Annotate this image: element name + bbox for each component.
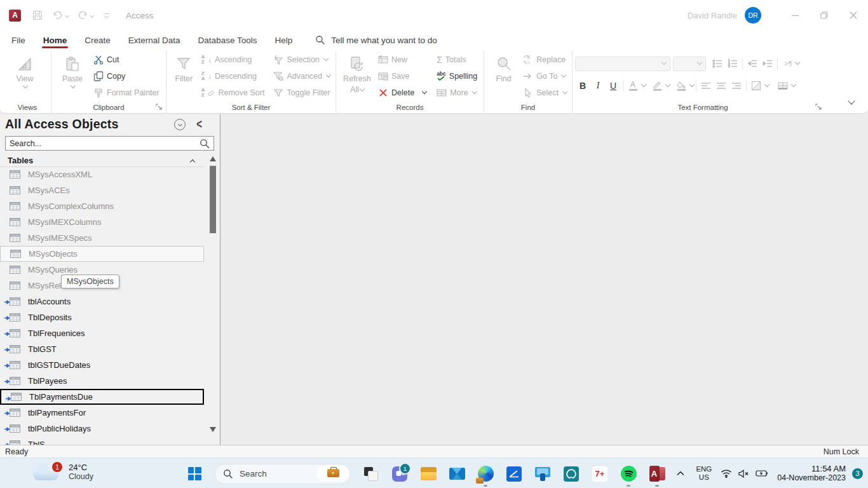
file-explorer-button[interactable] (420, 466, 437, 482)
toggle-filter-button[interactable]: Toggle Filter (271, 85, 333, 101)
remove-sort-button[interactable]: AZ Remove Sort (199, 85, 268, 101)
view-button[interactable]: View (6, 51, 43, 102)
nav-group-tables[interactable]: Tables (0, 154, 205, 167)
align-center-button[interactable] (714, 79, 729, 93)
new-record-button[interactable]: New (376, 51, 429, 67)
nav-table-item[interactable]: tblAccounts (0, 294, 204, 309)
clock[interactable]: 11:54 AM 04-November-2023 (777, 464, 846, 483)
nav-table-item[interactable]: MSysObjects (0, 246, 204, 262)
shutter-bar-close-button[interactable]: < (196, 116, 202, 130)
font-size-combo[interactable] (673, 57, 706, 71)
align-left-button[interactable] (698, 79, 714, 93)
nav-table-item[interactable]: TblPaymentsDue (0, 389, 204, 405)
nav-table-item[interactable]: TblGST (0, 341, 204, 357)
nav-table-item[interactable]: tblPaymentsFor (0, 405, 204, 421)
search-highlight-oval[interactable] (317, 465, 349, 481)
teams-chat-button[interactable]: 1 (391, 466, 408, 482)
font-color-chevron[interactable] (641, 82, 646, 87)
selection-button[interactable]: Selection (271, 51, 333, 67)
fill-color-button[interactable] (674, 79, 689, 93)
totals-button[interactable]: Σ Totals (434, 51, 480, 67)
nav-table-item[interactable]: tblPublicHolidays (0, 421, 204, 437)
paste-button[interactable]: Paste (54, 51, 91, 102)
goto-button[interactable]: Go To (520, 69, 569, 85)
close-button[interactable] (839, 0, 868, 30)
edge-button[interactable] (477, 466, 494, 482)
fill-color-chevron[interactable] (689, 82, 695, 87)
sort-descending-button[interactable]: ZA↓ Descending (199, 69, 268, 85)
underline-button[interactable]: U (606, 79, 621, 93)
cut-button[interactable]: Cut (91, 51, 162, 67)
datasheet-background-button[interactable] (749, 79, 764, 93)
font-name-combo[interactable] (575, 57, 670, 71)
increase-indent-button[interactable] (760, 57, 775, 71)
customize-qat-button[interactable] (104, 13, 109, 18)
advanced-filter-button[interactable]: Advanced (271, 69, 333, 85)
search-icon[interactable] (200, 139, 210, 149)
copy-button[interactable]: Copy (91, 69, 162, 85)
hidden-icons-chevron[interactable] (677, 471, 684, 476)
nav-table-item[interactable]: TblDeposits (0, 309, 204, 325)
nav-scrollbar[interactable] (209, 155, 217, 441)
scroll-down-arrow[interactable] (210, 427, 216, 432)
nav-table-item[interactable]: MSysComplexColumns (0, 198, 204, 214)
refresh-all-button[interactable]: Refresh All (339, 51, 376, 102)
paragraph-marks-button[interactable]: >¶ (780, 57, 804, 71)
highlight-chevron[interactable] (665, 82, 670, 87)
nav-table-item[interactable]: TblS (0, 437, 204, 445)
replace-button[interactable]: bc Replace (520, 51, 569, 67)
background-chevron[interactable] (764, 82, 770, 87)
nav-pane-menu-button[interactable] (174, 119, 186, 130)
scroll-thumb[interactable] (210, 166, 216, 233)
alexa-button[interactable] (563, 466, 580, 482)
sort-ascending-button[interactable]: AZ↓ Ascending (199, 51, 268, 67)
mail-button[interactable] (449, 466, 465, 482)
volume-muted-indicator[interactable] (738, 470, 749, 478)
format-painter-button[interactable]: Format Painter (91, 85, 162, 101)
nav-search-input[interactable] (6, 139, 200, 149)
avatar[interactable]: DR (745, 7, 761, 24)
more-records-button[interactable]: More (434, 85, 480, 101)
weather-widget[interactable]: 1 24°C Cloudy (33, 461, 93, 483)
nav-table-item[interactable]: MSysAccessXML (0, 166, 204, 182)
font-color-button[interactable]: A (625, 79, 641, 93)
language-indicator[interactable]: ENG US (696, 465, 712, 482)
tab-home[interactable]: Home (34, 30, 76, 50)
highlight-color-button[interactable] (649, 79, 665, 93)
numbered-list-button[interactable]: 123 (725, 57, 740, 71)
find-button[interactable]: Find (487, 51, 520, 102)
tab-help[interactable]: Help (266, 30, 301, 50)
wifi-indicator[interactable] (721, 469, 732, 478)
text-formatting-dialog-launcher[interactable] (815, 104, 822, 111)
nav-table-item[interactable]: TblPayees (0, 373, 204, 389)
task-view-button[interactable] (363, 466, 379, 482)
undo-button[interactable] (53, 10, 69, 20)
access-taskbar-button[interactable]: A (649, 466, 665, 482)
minimize-button[interactable] (780, 0, 810, 30)
nav-table-item[interactable]: TblFrequenices (0, 325, 204, 341)
signed-in-user[interactable]: David Randle (688, 11, 737, 20)
tab-external-data[interactable]: External Data (119, 30, 189, 50)
gridlines-chevron[interactable] (791, 82, 796, 87)
nav-table-item[interactable]: tblGSTDueDates (0, 357, 204, 373)
nav-table-item[interactable]: MSysIMEXSpecs (0, 230, 204, 246)
tab-database-tools[interactable]: Database Tools (189, 30, 266, 50)
start-button[interactable] (186, 466, 203, 482)
italic-button[interactable]: I (590, 79, 606, 93)
spotify-button[interactable] (620, 466, 637, 482)
sevenplus-button[interactable]: 7+ (592, 466, 608, 482)
filter-button[interactable]: Filter (169, 51, 199, 102)
tell-me-search[interactable]: Tell me what you want to do (315, 35, 437, 45)
select-button[interactable]: Select (520, 85, 569, 101)
redo-button[interactable] (78, 10, 93, 20)
bullet-list-button[interactable] (710, 57, 725, 71)
taskbar-search[interactable]: Search (215, 464, 351, 484)
save-button[interactable] (32, 10, 43, 20)
spelling-button[interactable]: abc Spelling (434, 69, 480, 85)
clipboard-dialog-launcher[interactable] (156, 104, 162, 111)
decrease-indent-button[interactable] (745, 57, 760, 71)
nav-table-item[interactable]: MSysIMEXColumns (0, 214, 204, 230)
battery-indicator[interactable] (756, 470, 768, 477)
delete-record-button[interactable]: Delete (376, 85, 429, 101)
access-app-icon[interactable]: A (9, 10, 21, 22)
